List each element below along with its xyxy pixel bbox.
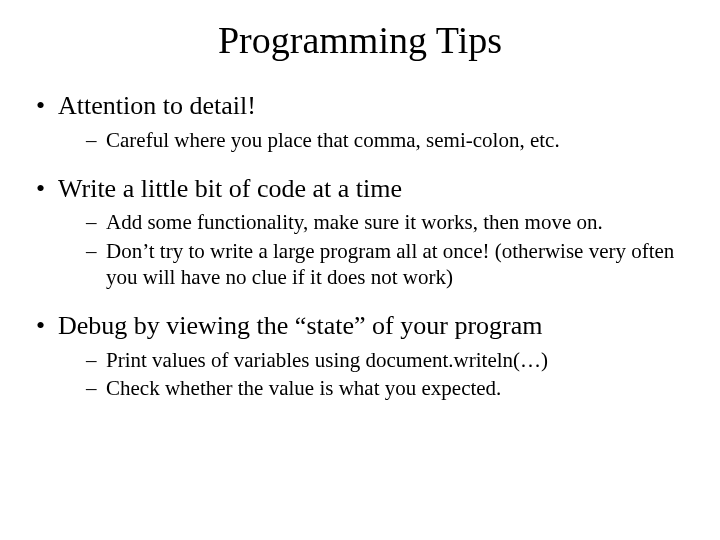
bullet-1-text: Attention to detail! [58, 91, 256, 120]
bullet-2-text: Write a little bit of code at a time [58, 174, 402, 203]
bullet-2-sub-2: Don’t try to write a large program all a… [58, 238, 690, 291]
bullet-3-sub-2: Check whether the value is what you expe… [58, 375, 690, 401]
bullet-3: Debug by viewing the “state” of your pro… [30, 310, 690, 401]
bullet-1-sublist: Careful where you place that comma, semi… [58, 127, 690, 153]
bullet-1-sub-1: Careful where you place that comma, semi… [58, 127, 690, 153]
bullet-2: Write a little bit of code at a time Add… [30, 173, 690, 290]
bullet-3-text: Debug by viewing the “state” of your pro… [58, 311, 542, 340]
bullet-1: Attention to detail! Careful where you p… [30, 90, 690, 153]
bullet-2-sublist: Add some functionality, make sure it wor… [58, 209, 690, 290]
bullet-3-sublist: Print values of variables using document… [58, 347, 690, 402]
bullet-2-sub-1: Add some functionality, make sure it wor… [58, 209, 690, 235]
bullet-3-sub-1: Print values of variables using document… [58, 347, 690, 373]
bullet-list: Attention to detail! Careful where you p… [30, 90, 690, 401]
slide-title: Programming Tips [30, 18, 690, 62]
slide: Programming Tips Attention to detail! Ca… [0, 0, 720, 540]
